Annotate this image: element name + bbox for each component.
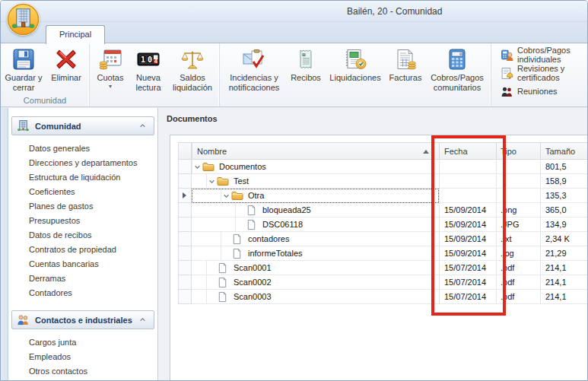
column-header-nombre[interactable]: Nombre	[192, 142, 439, 160]
row-indicator-cell	[178, 160, 192, 174]
button-label: Recibos	[291, 73, 321, 83]
table-row-scan0003[interactable]: Scan0003 15/07/2014 .pdf 214,1	[178, 290, 588, 304]
cell-tamano: 214,1	[540, 290, 588, 304]
table-row-scan0002[interactable]: Scan0002 15/07/2014 .pdf 214,1	[178, 275, 588, 290]
ribbon-group-comunidad: Guardar y cerrar Eliminar Comunidad	[1, 43, 89, 106]
file-icon	[217, 262, 231, 274]
notebook-seal-icon	[343, 47, 367, 71]
row-name: DSC06118	[260, 220, 303, 229]
sidebar-group-label: Contactos e industriales	[35, 316, 138, 325]
facturas-button[interactable]: Facturas	[386, 46, 425, 83]
button-label: Cobros/Pagos individuales	[517, 46, 581, 64]
row-indicator-cell	[178, 275, 192, 290]
row-name: Scan0003	[231, 292, 272, 301]
sidebar-item-datos-recibos[interactable]: Datos de recibos	[29, 228, 157, 243]
row-name: Scan0002	[231, 278, 272, 287]
cobros-pagos-comunitarios-button[interactable]: Cobros/Pagos comunitarios	[425, 46, 489, 93]
incidencias-button[interactable]: Incidencias y notificaciones	[221, 46, 287, 93]
row-indicator-cell	[178, 217, 192, 232]
table-row-informetotales[interactable]: informeTotales 15/09/2014 .jpg 21,29	[178, 246, 588, 261]
sidebar-item-cuentas-bancarias[interactable]: Cuentas bancarias	[29, 257, 157, 271]
button-label: Cobros/Pagos comunitarios	[425, 73, 489, 93]
cell-fecha: 15/07/2014	[439, 290, 496, 304]
cell-tamano: 365,0	[540, 203, 588, 217]
cobros-pagos-individuales-button[interactable]: Cobros/Pagos individuales	[497, 46, 584, 63]
chevron-down-icon[interactable]	[207, 176, 217, 186]
eliminar-button[interactable]: Eliminar	[45, 46, 87, 83]
sidebar-item-otros-contactos[interactable]: Otros contactos	[29, 364, 157, 379]
ribbon-tab-row: Principal	[1, 22, 588, 43]
revisiones-certificados-button[interactable]: Revisiones y certificados	[497, 65, 584, 81]
sidebar-group-contactos[interactable]: Contactos e industriales	[11, 310, 154, 329]
calculator-person-icon	[501, 49, 513, 62]
titlebar[interactable]: Bailén, 20 - Comunidad	[1, 1, 588, 22]
chevron-down-icon[interactable]	[192, 162, 202, 172]
sidebar-item-coeficientes[interactable]: Coeficientes	[29, 185, 157, 199]
table-row-test[interactable]: Test 158,9	[178, 174, 588, 189]
cell-tipo: .txt	[496, 232, 540, 246]
ribbon-group-lecturas: Cuotas ▾ Nueva lectura Saldos liquidació…	[89, 43, 219, 106]
cuotas-button[interactable]: Cuotas ▾	[91, 46, 129, 90]
building-icon	[7, 3, 40, 36]
sidebar-list-contactos: Cargos junta Empleados Otros contactos S…	[8, 329, 157, 381]
cell-tipo	[496, 189, 540, 203]
app-window: Bailén, 20 - Comunidad Principal Guardar…	[0, 0, 588, 381]
table-row-bloqueada25[interactable]: bloqueada25 15/09/2014 .png 365,0	[178, 203, 588, 217]
nueva-lectura-button[interactable]: Nueva lectura	[129, 46, 167, 93]
liquidaciones-button[interactable]: Liquidaciones	[325, 46, 386, 83]
sidebar-group-comunidad[interactable]: Comunidad	[11, 116, 154, 135]
app-menu-button[interactable]	[7, 3, 40, 36]
cell-tipo: .jpg	[496, 246, 540, 261]
ribbon: Guardar y cerrar Eliminar Comunidad Cuot…	[1, 43, 588, 107]
cell-tipo: .pdf	[496, 275, 540, 290]
column-header-tipo[interactable]: Tipo	[496, 142, 540, 160]
row-indicator-cell	[178, 261, 192, 275]
table-row-contadores[interactable]: contadores 15/09/2014 .txt 2,34 K	[178, 232, 588, 246]
sidebar-item-empleados[interactable]: Empleados	[29, 350, 157, 364]
button-label: Cuotas	[97, 73, 124, 83]
sidebar-item-datos-generales[interactable]: Datos generales	[29, 141, 157, 156]
file-icon	[217, 277, 231, 288]
sidebar-item-cargos-junta[interactable]: Cargos junta	[29, 335, 157, 350]
cell-tipo: .pdf	[496, 261, 540, 275]
sidebar-item-contratos-propiedad[interactable]: Contratos de propiedad	[29, 243, 157, 257]
cell-tamano: 134,9	[540, 217, 588, 232]
column-header-tamano[interactable]: Tamaño	[540, 142, 588, 160]
cell-fecha: 15/09/2014	[439, 203, 496, 217]
row-indicator-cell	[178, 290, 192, 304]
sort-ascending-icon	[423, 150, 429, 154]
cell-fecha	[439, 189, 496, 203]
sidebar: Comunidad Datos generales Direcciones y …	[8, 108, 158, 381]
counter-icon	[136, 47, 161, 71]
reuniones-button[interactable]: Reuniones	[497, 83, 584, 100]
button-label: Facturas	[389, 73, 422, 83]
table-row-dsc06118[interactable]: DSC06118 15/09/2014 .JPG 134,9	[178, 217, 588, 232]
recibos-button[interactable]: Recibos	[287, 46, 325, 83]
column-header-fecha[interactable]: Fecha	[439, 142, 496, 160]
guardar-y-cerrar-button[interactable]: Guardar y cerrar	[2, 46, 45, 93]
cell-tamano: 21,29	[540, 246, 588, 261]
button-label: Reuniones	[517, 87, 558, 96]
calculator-icon	[445, 47, 469, 71]
sidebar-item-contadores[interactable]: Contadores	[29, 286, 157, 300]
sidebar-item-estructura-liquidacion[interactable]: Estructura de liquidación	[29, 170, 157, 185]
button-label: Saldos liquidación	[167, 73, 218, 93]
cell-tipo: .png	[496, 203, 540, 217]
cell-fecha: 15/09/2014	[439, 232, 496, 246]
sidebar-item-presupuestos[interactable]: Presupuestos	[29, 214, 157, 228]
table-row-documentos[interactable]: Documentos 801,5	[178, 160, 588, 174]
table-row-scan0001[interactable]: Scan0001 15/07/2014 .pdf 214,1	[178, 261, 588, 275]
sidebar-group-label: Comunidad	[35, 122, 138, 131]
folder-icon	[217, 175, 231, 187]
documents-panel: Nombre Fecha Tipo Tamaño Documen	[170, 135, 588, 381]
sidebar-item-direcciones[interactable]: Direcciones y departamentos	[29, 156, 157, 170]
tab-principal[interactable]: Principal	[46, 25, 105, 44]
sidebar-item-derramas[interactable]: Derramas	[29, 271, 157, 286]
row-indicator-cell	[178, 189, 192, 203]
saldos-liquidacion-button[interactable]: Saldos liquidación	[167, 46, 218, 93]
sidebar-item-planes-gastos[interactable]: Planes de gastos	[29, 199, 157, 214]
chevron-down-icon[interactable]	[221, 191, 231, 201]
table-row-otra[interactable]: Otra 135,3	[178, 189, 588, 203]
cell-tipo	[496, 160, 540, 174]
file-icon	[231, 248, 246, 259]
